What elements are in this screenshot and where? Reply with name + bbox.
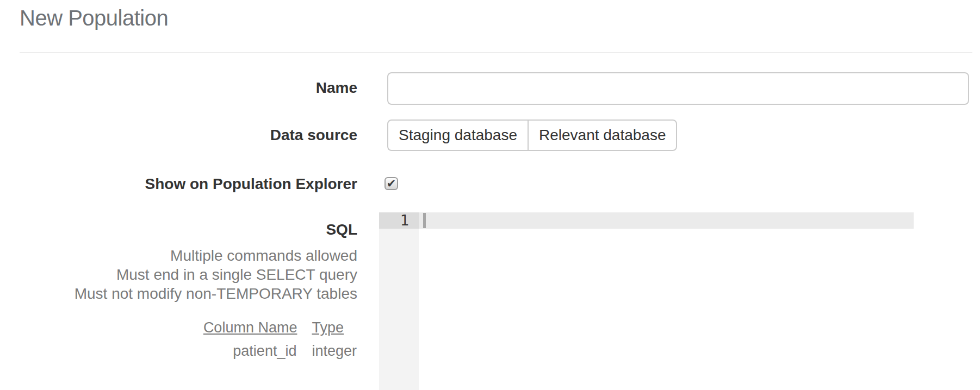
show-on-explorer-row: Show on Population Explorer ✔ — [20, 175, 980, 193]
show-on-explorer-control: ✔ — [387, 175, 398, 190]
editor-gutter: 1 — [379, 212, 419, 390]
sql-help-text: Multiple commands allowed Must end in a … — [75, 246, 357, 303]
header-divider — [20, 52, 972, 53]
sql-code-editor[interactable]: 1 — [379, 212, 914, 390]
page-title: New Population — [20, 0, 980, 30]
sql-help-line-2: Must end in a single SELECT query — [75, 265, 357, 284]
output-columns-table: Column Name Type patient_id integer — [203, 319, 357, 360]
new-population-page: New Population Name Data source Staging … — [0, 0, 980, 390]
editor-active-line — [419, 212, 914, 229]
editor-cursor — [423, 213, 426, 228]
name-label: Name — [20, 72, 357, 97]
new-population-form: Name Data source Staging database Releva… — [20, 72, 980, 390]
show-on-population-explorer-checkbox[interactable]: ✔ — [384, 177, 398, 190]
editor-line-number: 1 — [379, 212, 419, 229]
table-row: patient_id integer — [203, 339, 357, 360]
sql-label-column: SQL Multiple commands allowed Must end i… — [20, 212, 357, 360]
type-header: Type — [297, 319, 357, 339]
sql-help-line-3: Must not modify non-TEMPORARY tables — [75, 284, 357, 303]
name-input[interactable] — [387, 72, 969, 105]
type-cell: integer — [297, 339, 357, 360]
column-name-header: Column Name — [203, 319, 297, 339]
column-name-cell: patient_id — [203, 339, 297, 360]
checkmark-icon: ✔ — [387, 178, 396, 189]
editor-content-area[interactable] — [419, 212, 914, 390]
data-source-row: Data source Staging database Relevant da… — [20, 119, 980, 151]
sql-help-line-1: Multiple commands allowed — [75, 246, 357, 265]
sql-control: 1 — [379, 212, 914, 390]
name-row: Name — [20, 72, 980, 105]
data-source-button-group: Staging database Relevant database — [387, 119, 677, 151]
relevant-database-button[interactable]: Relevant database — [528, 119, 678, 151]
sql-label: SQL — [326, 212, 357, 238]
data-source-control: Staging database Relevant database — [387, 119, 677, 151]
columns-table-header-row: Column Name Type — [203, 319, 357, 339]
sql-row: SQL Multiple commands allowed Must end i… — [20, 212, 980, 390]
show-on-explorer-label: Show on Population Explorer — [20, 175, 357, 193]
data-source-label: Data source — [20, 119, 357, 144]
staging-database-button[interactable]: Staging database — [387, 119, 528, 151]
name-control — [387, 72, 969, 105]
